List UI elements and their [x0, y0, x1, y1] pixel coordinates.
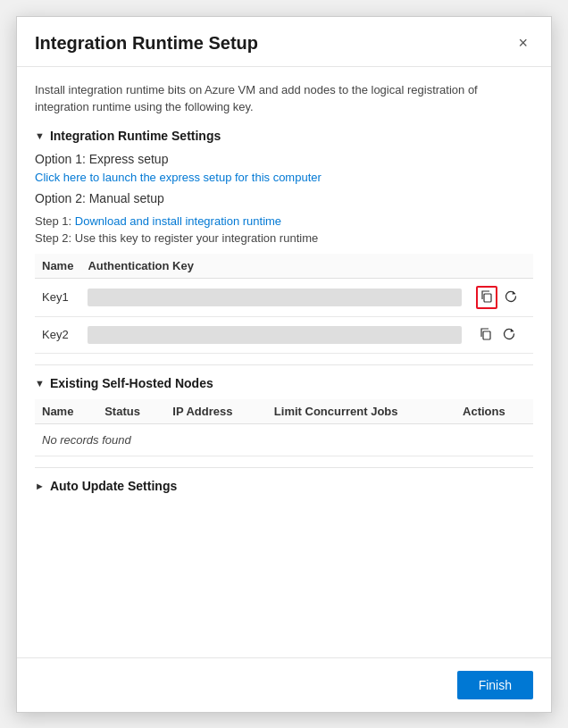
divider-2 [35, 467, 533, 468]
key1-name: Key1 [35, 278, 80, 316]
key1-refresh-button[interactable] [501, 287, 521, 308]
nodes-table: Name Status IP Address Limit Concurrent … [35, 399, 533, 456]
key1-row: Key1 [35, 278, 533, 316]
existing-nodes-header[interactable]: ▼ Existing Self-Hosted Nodes [35, 376, 533, 390]
express-setup-link[interactable]: Click here to launch the express setup f… [35, 171, 322, 184]
key2-value-bar [88, 326, 462, 344]
option2-container: Option 2: Manual setup Step 1: Download … [35, 191, 533, 245]
dialog-title: Integration Runtime Setup [35, 33, 258, 54]
keys-table: Name Authentication Key Key1 [35, 254, 533, 354]
existing-nodes-section: ▼ Existing Self-Hosted Nodes Name Status… [35, 376, 533, 456]
nodes-col-actions: Actions [455, 399, 533, 424]
finish-button[interactable]: Finish [457, 671, 533, 699]
option1-container: Option 1: Express setup Click here to la… [35, 152, 533, 184]
integration-runtime-dialog: Integration Runtime Setup × Install inte… [16, 16, 552, 713]
auto-update-chevron-right-icon: ► [35, 481, 45, 491]
key1-value-bar [88, 289, 462, 306]
key2-copy-button[interactable] [476, 324, 496, 346]
col-key-header: Authentication Key [80, 254, 469, 279]
svg-rect-0 [484, 294, 491, 302]
key2-row: Key2 [35, 316, 533, 353]
nodes-col-status: Status [97, 399, 165, 424]
copy-icon [480, 289, 494, 304]
integration-runtime-settings-header[interactable]: ▼ Integration Runtime Settings [35, 129, 533, 143]
auto-update-header[interactable]: ► Auto Update Settings [35, 479, 533, 493]
dialog-footer: Finish [17, 657, 551, 712]
option1-title: Option 1: Express setup [35, 152, 533, 166]
integration-runtime-settings-section: ▼ Integration Runtime Settings Option 1:… [35, 129, 533, 354]
refresh-icon [502, 327, 516, 341]
auto-update-section: ► Auto Update Settings [35, 479, 533, 493]
divider-1 [35, 364, 533, 365]
key1-value [80, 278, 469, 316]
no-records-row: No records found [35, 423, 533, 456]
nodes-col-name: Name [35, 399, 97, 424]
download-link[interactable]: Download and install integration runtime [75, 214, 281, 228]
no-records-text: No records found [35, 423, 533, 456]
step1-text: Step 1: Download and install integration… [35, 214, 533, 228]
nodes-col-ip: IP Address [165, 399, 267, 424]
dialog-header: Integration Runtime Setup × [17, 17, 551, 67]
key2-actions [469, 316, 533, 353]
integration-runtime-settings-title: Integration Runtime Settings [50, 129, 221, 143]
col-name-header: Name [35, 254, 80, 279]
key1-copy-button[interactable] [476, 286, 497, 309]
option2-title: Option 2: Manual setup [35, 191, 533, 205]
existing-nodes-title: Existing Self-Hosted Nodes [50, 376, 213, 390]
nodes-col-limit: Limit Concurrent Jobs [267, 399, 455, 424]
svg-rect-1 [483, 331, 490, 339]
chevron-down-icon: ▼ [35, 130, 45, 141]
key1-actions [469, 278, 533, 316]
refresh-icon [504, 289, 518, 304]
dialog-body: Install integration runtime bits on Azur… [17, 67, 551, 657]
dialog-description: Install integration runtime bits on Azur… [35, 81, 533, 116]
copy-icon [479, 327, 493, 341]
close-button[interactable]: × [513, 33, 533, 53]
step2-text: Step 2: Use this key to register your in… [35, 231, 533, 245]
key2-refresh-button[interactable] [499, 324, 519, 346]
key2-value [80, 316, 469, 353]
nodes-chevron-down-icon: ▼ [35, 378, 45, 389]
auto-update-title: Auto Update Settings [50, 479, 177, 493]
key2-name: Key2 [35, 316, 80, 353]
